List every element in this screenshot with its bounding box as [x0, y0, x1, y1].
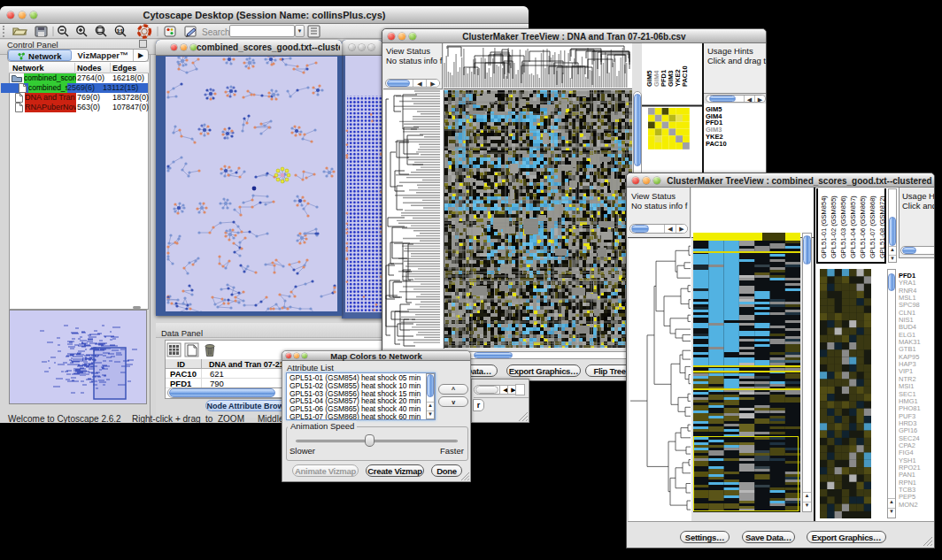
svg-text:GPL51-01 (GSM854): GPL51-01 (GSM854) [820, 196, 828, 258]
svg-text:GPL51-07 (GSM868): GPL51-07 (GSM868) [869, 196, 876, 258]
svg-text:GPL51-06 (GSM865): GPL51-06 (GSM865) [859, 196, 867, 258]
svg-text:GPL51-02 (GSM855): GPL51-02 (GSM855) [830, 196, 838, 258]
svg-text:GPL51-03 (GSM856): GPL51-03 (GSM856) [839, 196, 847, 258]
svg-text:GPL51-04 (GSM857): GPL51-04 (GSM857) [849, 196, 857, 258]
svg-text:PAC10: PAC10 [681, 65, 689, 87]
svg-text:GPL51-08 (GSM872): GPL51-08 (GSM872) [878, 196, 885, 258]
svg-text:1:1: 1:1 [117, 28, 123, 34]
